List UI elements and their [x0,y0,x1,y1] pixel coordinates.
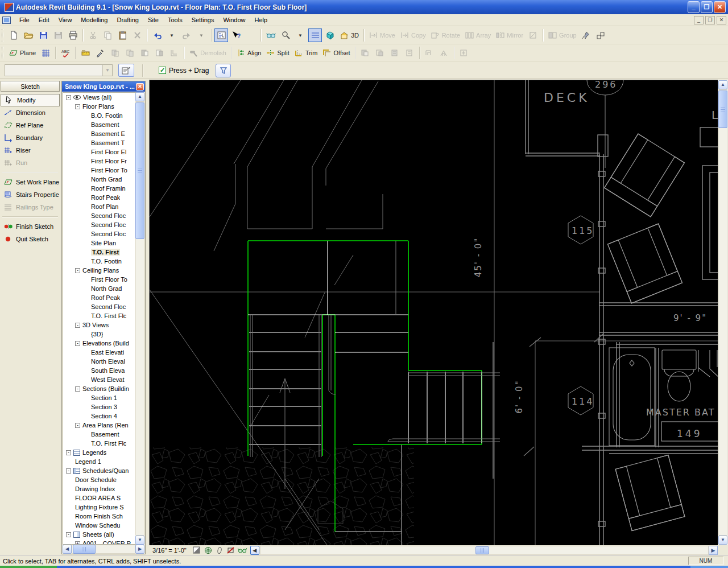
menu-window[interactable]: Window [218,15,250,25]
detail-level-icon[interactable] [192,546,202,554]
tree-item[interactable]: Room Finish Sch [63,512,136,521]
tree-expander[interactable] [66,95,71,100]
toolbar-grip[interactable] [2,29,3,42]
spelling-button[interactable]: ABC [59,46,72,60]
opening-button[interactable] [423,46,436,60]
menu-file[interactable]: File [15,15,34,25]
tree-expander[interactable] [75,423,80,428]
label-button[interactable] [457,46,471,60]
dynamic-view-button[interactable] [264,28,278,42]
tape-measure-button[interactable] [78,46,92,60]
paste-button[interactable] [115,28,129,42]
tree-item[interactable]: Schedules/Quan [63,466,136,475]
pin-button[interactable] [580,28,593,42]
tree-item[interactable]: Second Floc [63,302,136,311]
tree-item[interactable]: Ceiling Plans [63,266,136,275]
tree-item[interactable]: Basement [63,120,136,129]
shadows-icon[interactable] [214,546,225,554]
context-help-button[interactable]: ? [229,28,243,42]
work-grid-button[interactable] [39,46,52,60]
canvas-hscroll-thumb[interactable] [475,546,489,554]
minimize-button[interactable]: _ [688,1,700,13]
tree-expander[interactable] [66,468,71,474]
mirror-button[interactable]: Mirror [494,28,525,42]
restore-button[interactable]: ❐ [701,1,713,13]
work-plane-button[interactable]: Plane [7,46,38,60]
tree-item[interactable]: North Grad [63,284,136,293]
toolbar-grip-2[interactable] [2,47,3,59]
tree-item[interactable]: T.O. First [63,248,136,257]
wall-join-button[interactable] [167,46,181,60]
sketch-tab-header[interactable]: Sketch [1,81,60,92]
tree-item[interactable]: Floor Plans [63,102,136,111]
project-browser-titlebar[interactable]: Snow King Loop.rvt - ... ✕ [62,81,145,92]
tree-item[interactable]: Legends [63,448,136,457]
dormer-button[interactable] [437,46,451,60]
mdi-close-button[interactable]: ✕ [717,16,726,24]
unpin-button[interactable] [594,28,608,42]
tree-item[interactable]: First Floor To [63,275,136,284]
canvas-scroll-left[interactable]: ◀ [250,546,259,555]
model-graphics-icon[interactable] [203,546,213,554]
sketch-set-work-plane-button[interactable]: Set Work Plane [0,176,60,188]
tree-scroll-thumb[interactable] [135,102,144,239]
tree-item[interactable]: Basement E [63,129,136,138]
canvas-vscroll-thumb[interactable] [718,90,727,128]
tree-item[interactable]: North Grad [63,175,136,184]
tree-item[interactable]: T.O. Footin [63,257,136,266]
tree-item[interactable]: A001 - COVER P [63,539,136,545]
tree-item[interactable]: Roof Peak [63,193,136,202]
tree-item[interactable]: Legend 1 [63,457,136,466]
menu-drafting[interactable]: Drafting [112,15,143,25]
close-button[interactable]: ✕ [714,1,726,13]
tree-item[interactable]: Lighting Fixture S [63,503,136,512]
new-button[interactable] [7,28,20,42]
align-button[interactable]: Align [234,46,263,60]
type-selector[interactable]: ▼ [5,64,113,76]
tree-item[interactable]: First Floor Fr [63,157,136,166]
tree-scroll-down[interactable]: ▼ [135,536,144,545]
match-type-button[interactable] [93,46,107,60]
copy-button[interactable] [101,28,114,42]
scale-control[interactable]: 3/16" = 1'-0" [152,547,187,554]
tree-item[interactable]: Basement T [63,138,136,147]
save-button[interactable] [36,28,50,42]
crop-region-icon[interactable] [226,546,236,554]
menu-site[interactable]: Site [143,15,163,25]
tree-item[interactable]: Roof Peak [63,293,136,302]
tree-item[interactable]: First Floor El [63,147,136,157]
tree-item[interactable]: Views (all) [63,93,136,102]
tree-item[interactable]: Section 1 [63,393,136,402]
split-button[interactable]: Split [264,46,291,60]
sketch-ref-plane-button[interactable]: Ref Plane [0,119,60,131]
tree-item[interactable]: West Elevat [63,375,136,384]
menu-tools[interactable]: Tools [163,15,187,25]
tree-expander[interactable] [66,532,71,537]
menu-help[interactable]: Help [250,15,272,25]
sketch-boundary-button[interactable]: Boundary [0,131,60,144]
undo-dropdown[interactable]: ▼ [165,28,179,42]
tree-item[interactable]: FLOOR AREA S [63,493,136,503]
paint-button[interactable] [123,46,136,60]
tree-item[interactable]: Door Schedule [63,475,136,484]
edit-elevation-button[interactable] [388,46,402,60]
trim-button[interactable]: Trim [292,46,320,60]
close-icon[interactable]: ✕ [136,83,144,90]
demolish-button[interactable]: Demolish [187,46,228,60]
tree-expander[interactable] [75,104,80,109]
zoom-button[interactable] [279,28,292,42]
menu-view[interactable]: View [54,15,77,25]
delete-button[interactable] [130,28,144,42]
cut-button[interactable] [86,28,100,42]
tree-hscroll-thumb[interactable] [73,545,96,554]
sketch-dimension-button[interactable]: Dimension [0,106,60,119]
tree-item[interactable]: Basement [63,430,136,439]
resize-button[interactable] [526,28,540,42]
edit-cut-profile-button[interactable] [358,46,372,60]
tree-item[interactable]: Roof Framin [63,184,136,193]
tree-scroll-right[interactable]: ▶ [135,545,144,554]
tree-item[interactable]: Elevations (Build [63,339,136,348]
linework-button[interactable] [108,46,122,60]
tree-item[interactable]: T.O. First Flc [63,311,136,320]
cut-geometry-button[interactable] [138,46,151,60]
